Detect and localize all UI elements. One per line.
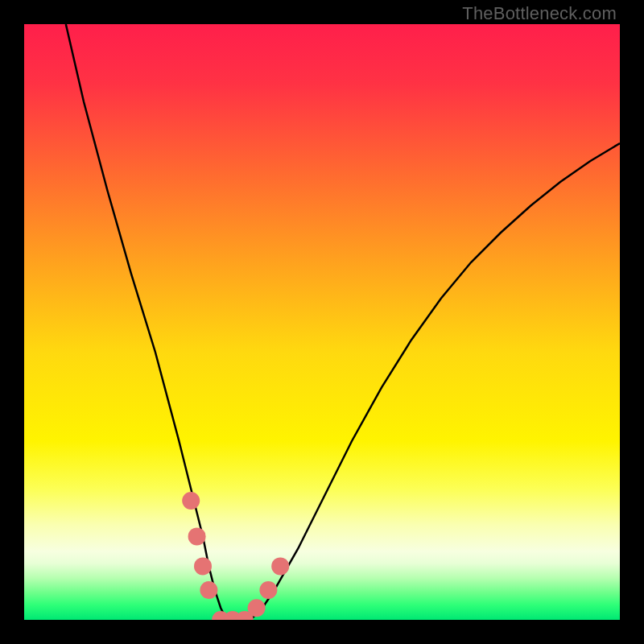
bottleneck-chart (24, 24, 620, 620)
frame-left (0, 0, 24, 644)
marker-dot (271, 557, 289, 575)
marker-dot (188, 527, 206, 545)
chart-background (24, 24, 620, 620)
marker-dot (259, 581, 277, 599)
frame-bottom (0, 620, 644, 644)
marker-dot (248, 599, 266, 617)
marker-dot (200, 581, 217, 599)
marker-dot (194, 557, 212, 575)
watermark-text: TheBottleneck.com (462, 3, 617, 24)
frame-right (620, 0, 644, 644)
marker-dot (182, 492, 200, 510)
